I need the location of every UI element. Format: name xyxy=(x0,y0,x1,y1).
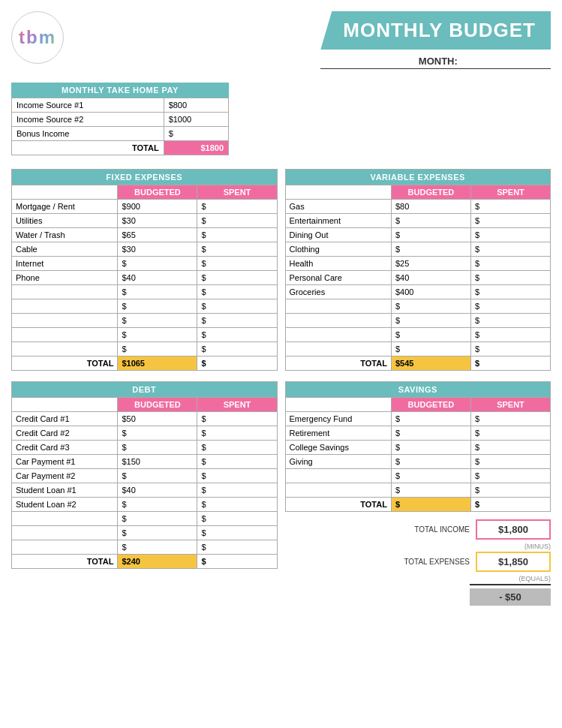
debt-row-budgeted: $ xyxy=(118,498,197,512)
savings-total-budgeted: $ xyxy=(391,498,470,512)
savings-row: Emergency Fund$$ xyxy=(285,412,551,426)
variable-row-budgeted: $80 xyxy=(391,200,470,214)
logo: tbm xyxy=(11,11,64,64)
savings-title: SAVINGS xyxy=(285,382,551,398)
debt-row-budgeted: $40 xyxy=(118,483,197,498)
variable-row-spent: $ xyxy=(470,242,550,257)
savings-total-label: TOTAL xyxy=(285,498,391,512)
fixed-row: $$ xyxy=(12,285,278,299)
fixed-total-label: TOTAL xyxy=(12,356,118,371)
savings-row-name: Retirement xyxy=(285,426,391,441)
variable-row-name: Entertainment xyxy=(285,214,391,228)
fixed-row-budgeted: $ xyxy=(118,285,197,299)
debt-row-name xyxy=(12,526,118,540)
debt-row-name xyxy=(12,540,118,555)
take-home-row-label: Bonus Income xyxy=(12,127,164,141)
savings-row: College Savings$$ xyxy=(285,441,551,455)
variable-row: Groceries$400$ xyxy=(285,285,551,299)
savings-row-spent: $ xyxy=(470,455,550,469)
debt-col-spent: SPENT xyxy=(197,398,277,412)
debt-row-name: Car Payment #2 xyxy=(12,469,118,483)
take-home-row: Bonus Income$ xyxy=(12,127,229,141)
variable-row-name: Gas xyxy=(285,200,391,214)
debt-row-budgeted: $ xyxy=(118,441,197,455)
fixed-row-spent: $ xyxy=(197,214,277,228)
debt-row-name: Credit Card #3 xyxy=(12,441,118,455)
variable-row-spent: $ xyxy=(470,299,550,314)
debt-row: Credit Card #2$$ xyxy=(12,426,278,441)
savings-col-budgeted: BUDGETED xyxy=(391,398,470,412)
variable-total-spent: $ xyxy=(470,356,550,371)
variable-row-name: Health xyxy=(285,257,391,271)
fixed-col-empty xyxy=(12,185,118,200)
summary-block: TOTAL INCOME $1,800 (MINUS) TOTAL EXPENS… xyxy=(285,512,551,609)
debt-row-budgeted: $ xyxy=(118,469,197,483)
debt-row-budgeted: $ xyxy=(118,526,197,540)
variable-row-budgeted: $ xyxy=(391,299,470,314)
fixed-row: Utilities$30$ xyxy=(12,214,278,228)
fixed-row: Water / Trash$65$ xyxy=(12,228,278,242)
variable-row-spent: $ xyxy=(470,214,550,228)
debt-row: Student Loan #1$40$ xyxy=(12,483,278,498)
fixed-row-name xyxy=(12,328,118,342)
debt-title: DEBT xyxy=(12,382,278,398)
debt-row-name: Credit Card #2 xyxy=(12,426,118,441)
debt-row: Car Payment #1$150$ xyxy=(12,455,278,469)
variable-row-budgeted: $400 xyxy=(391,285,470,299)
fixed-row-name: Phone xyxy=(12,271,118,285)
variable-row-budgeted: $25 xyxy=(391,257,470,271)
variable-row: Personal Care$40$ xyxy=(285,271,551,285)
fixed-row-name: Internet xyxy=(12,257,118,271)
fixed-row-name xyxy=(12,299,118,314)
difference-value: - $50 xyxy=(470,588,551,606)
variable-col-empty xyxy=(285,185,391,200)
fixed-row: $$ xyxy=(12,314,278,328)
variable-row-name xyxy=(285,314,391,328)
savings-row-name: Giving xyxy=(285,455,391,469)
debt-row-name: Credit Card #1 xyxy=(12,412,118,426)
savings-row-budgeted: $ xyxy=(391,441,470,455)
savings-total-row: TOTAL $ $ xyxy=(285,498,551,512)
variable-row-budgeted: $ xyxy=(391,214,470,228)
debt-row-name: Student Loan #1 xyxy=(12,483,118,498)
debt-total-label: TOTAL xyxy=(12,555,118,569)
savings-row-name xyxy=(285,483,391,498)
variable-row-name: Personal Care xyxy=(285,271,391,285)
variable-row-name: Groceries xyxy=(285,285,391,299)
variable-row-budgeted: $ xyxy=(391,314,470,328)
fixed-row-budgeted: $65 xyxy=(118,228,197,242)
total-expenses-value: $1,850 xyxy=(476,552,551,572)
variable-row: $$ xyxy=(285,328,551,342)
take-home-title: MONTHLY TAKE HOME PAY xyxy=(11,83,229,98)
fixed-row-spent: $ xyxy=(197,257,277,271)
debt-row-budgeted: $150 xyxy=(118,455,197,469)
debt-row-spent: $ xyxy=(197,512,277,526)
total-income-label: TOTAL INCOME xyxy=(414,525,470,534)
variable-expenses-title: VARIABLE EXPENSES xyxy=(285,170,551,185)
debt-row: $$ xyxy=(12,540,278,555)
fixed-row: Phone$40$ xyxy=(12,271,278,285)
savings-row-spent: $ xyxy=(470,483,550,498)
fixed-row-budgeted: $900 xyxy=(118,200,197,214)
fixed-expenses-table: FIXED EXPENSES BUDGETED SPENT Mortgage /… xyxy=(11,169,278,371)
debt-section: DEBT BUDGETED SPENT Credit Card #1$50$Cr… xyxy=(11,381,278,609)
variable-total-label: TOTAL xyxy=(285,356,391,371)
variable-row: Dining Out$$ xyxy=(285,228,551,242)
variable-row-name xyxy=(285,328,391,342)
fixed-expenses-title: FIXED EXPENSES xyxy=(12,170,278,185)
savings-total-spent: $ xyxy=(470,498,550,512)
fixed-row-name: Water / Trash xyxy=(12,228,118,242)
fixed-row-budgeted: $ xyxy=(118,299,197,314)
fixed-row-spent: $ xyxy=(197,200,277,214)
debt-row: $$ xyxy=(12,526,278,540)
variable-row: $$ xyxy=(285,314,551,328)
fixed-row-spent: $ xyxy=(197,299,277,314)
equals-label: (EQUALS) xyxy=(518,575,551,582)
logo-text: tbm xyxy=(19,27,56,48)
variable-row-budgeted: $ xyxy=(391,342,470,356)
take-home-total-value: $1800 xyxy=(164,141,228,155)
fixed-row: $$ xyxy=(12,299,278,314)
debt-col-budgeted: BUDGETED xyxy=(118,398,197,412)
fixed-row-name xyxy=(12,342,118,356)
minus-label: (MINUS) xyxy=(524,543,551,550)
